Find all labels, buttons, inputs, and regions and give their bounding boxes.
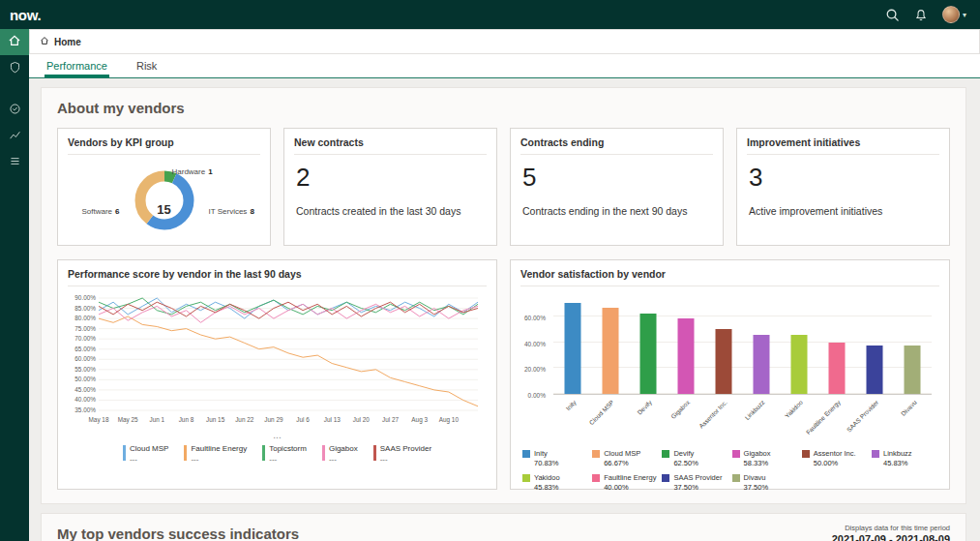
legend-item-cloud-msp[interactable]: Cloud MSP--- <box>123 444 168 464</box>
bar-slot-linkbuzz: Linkbuzz <box>742 298 780 394</box>
legend-item-yakidoo[interactable]: Yakidoo45.83% <box>522 473 592 492</box>
bar-saas-provider[interactable] <box>867 346 883 394</box>
bar-linkbuzz[interactable] <box>754 335 770 394</box>
legend-vendor-value: 62.50% <box>673 459 698 467</box>
time-period-value[interactable]: 2021-07-09 - 2021-08-09 <box>832 533 950 541</box>
x-axis-category-label: Assentor Inc. <box>698 399 728 430</box>
legend-color-swatch <box>592 474 600 482</box>
legend-vendor-name: Devify <box>673 449 698 458</box>
legend-item-divavu[interactable]: Divavu37.50% <box>732 473 802 492</box>
performance-line-chart: 90.00%85.00%80.00%75.00%70.00%65.00%60.0… <box>64 290 486 432</box>
breadcrumb[interactable]: Home <box>29 29 980 54</box>
legend-label: Inity70.83% <box>534 449 558 467</box>
legend-series-value: --- <box>269 455 307 464</box>
svg-text:Jun 15: Jun 15 <box>206 416 225 423</box>
donut-label-hardware: Hardware1 <box>172 167 213 176</box>
app-root: now. ▾ <box>0 0 980 541</box>
bar-assentor-inc[interactable] <box>715 329 731 394</box>
bar-yakidoo[interactable] <box>791 335 808 394</box>
legend-label: Devify62.50% <box>673 449 698 467</box>
legend-series-name: Cloud MSP <box>130 444 168 453</box>
legend-item-saas-provider[interactable]: SAAS Provider--- <box>373 444 431 464</box>
bar-chart-legend: Inity70.83%Cloud MSP66.67%Devify62.50%Gi… <box>522 449 943 492</box>
legend-color-swatch <box>592 450 600 458</box>
legend-item-faultline-energy[interactable]: Faultline Energy--- <box>184 444 247 464</box>
sidebar-item-home[interactable] <box>0 29 29 55</box>
legend-vendor-name: Assentor Inc. <box>814 449 856 458</box>
new-contracts-count: 2 <box>284 155 496 190</box>
bar-slot-gigabox: Gigabox <box>667 298 704 394</box>
list-icon <box>9 154 21 171</box>
card-title: New contracts <box>284 129 496 154</box>
y-axis-tick-label: 60.00% <box>511 315 546 321</box>
legend-color-mark <box>322 445 325 461</box>
bar-divavu[interactable] <box>905 346 921 394</box>
legend-item-gigabox[interactable]: Gigabox--- <box>322 444 358 464</box>
x-axis-category-label: Gigabox <box>669 399 691 420</box>
x-axis-category-label: Yakidoo <box>784 399 804 419</box>
header-actions: ▾ <box>885 6 966 23</box>
legend-item-assentor-inc[interactable]: Assentor Inc.50.00% <box>802 449 872 467</box>
bar-inity[interactable] <box>564 303 580 394</box>
legend-item-devify[interactable]: Devify62.50% <box>662 449 731 467</box>
section-title-success: My top vendors success indicators <box>57 526 299 541</box>
sidebar-item-analytics[interactable] <box>0 123 29 149</box>
bar-slot-cloud-msp: Cloud MSP <box>591 298 629 394</box>
legend-vendor-name: Yakidoo <box>534 473 560 482</box>
y-axis-tick-label: 40.00% <box>511 341 546 347</box>
legend-overflow-indicator[interactable]: ... <box>58 432 496 439</box>
legend-color-swatch <box>662 474 669 482</box>
svg-text:40.00%: 40.00% <box>74 396 96 403</box>
legend-item-inity[interactable]: Inity70.83% <box>522 449 592 467</box>
legend-label: Linkbuzz45.83% <box>883 449 912 467</box>
legend-series-name: Gigabox <box>329 444 358 453</box>
legend-color-mark <box>184 445 187 461</box>
bar-gigabox[interactable] <box>677 318 694 394</box>
bar-cloud-msp[interactable] <box>602 308 618 394</box>
search-icon[interactable] <box>885 8 900 22</box>
legend-item-saas-provider[interactable]: SAAS Provider37.50% <box>662 473 731 492</box>
y-axis-tick-label: 20.00% <box>511 366 546 373</box>
time-period-block: Displays data for this time period 2021-… <box>832 524 950 541</box>
legend-item-gigabox[interactable]: Gigabox58.33% <box>732 449 802 467</box>
divider <box>520 286 939 286</box>
svg-text:Jul 13: Jul 13 <box>324 416 341 423</box>
svg-text:45.00%: 45.00% <box>74 386 96 393</box>
legend-item-topicstorm[interactable]: Topicstorm--- <box>262 444 307 464</box>
legend-item-faultline-energy[interactable]: Faultline Energy40.00% <box>592 473 662 492</box>
legend-series-value: --- <box>329 455 358 464</box>
tab-performance[interactable]: Performance <box>45 60 109 77</box>
tab-risk[interactable]: Risk <box>134 60 159 77</box>
bar-faultline-energy[interactable] <box>829 343 846 394</box>
card-title: Contracts ending <box>511 129 723 154</box>
x-axis-category-label: Cloud MSP <box>587 399 614 426</box>
bar-devify[interactable] <box>639 314 656 394</box>
legend-item-linkbuzz[interactable]: Linkbuzz45.83% <box>872 449 941 467</box>
legend-vendor-name: Cloud MSP <box>604 449 640 458</box>
about-my-vendors-panel: About my vendors Vendors by KPI group 15… <box>41 87 966 504</box>
card-contracts-ending: Contracts ending 5 Contracts ending in t… <box>510 128 724 246</box>
svg-text:60.00%: 60.00% <box>74 355 96 362</box>
svg-text:70.00%: 70.00% <box>74 335 96 342</box>
line-series-gigabox <box>99 304 478 322</box>
user-menu[interactable]: ▾ <box>942 6 966 23</box>
legend-vendor-value: 37.50% <box>744 483 768 492</box>
bar-slots: InityCloud MSPDevifyGigaboxAssentor Inc.… <box>553 298 932 394</box>
svg-text:80.00%: 80.00% <box>74 315 96 321</box>
success-indicators-panel: My top vendors success indicators Displa… <box>41 513 966 541</box>
legend-item-cloud-msp[interactable]: Cloud MSP66.67% <box>592 449 662 467</box>
bar-slot-saas-provider: SAAS Provider <box>856 298 894 394</box>
legend-label: Cloud MSP66.67% <box>604 449 640 467</box>
bar-slot-yakidoo: Yakidoo <box>781 298 818 394</box>
legend-vendor-value: 70.83% <box>534 459 558 467</box>
user-avatar[interactable] <box>942 6 960 23</box>
legend-color-swatch <box>522 450 530 458</box>
legend-color-swatch <box>662 450 669 458</box>
notifications-bell-icon[interactable] <box>914 8 928 22</box>
legend-label: Gigabox--- <box>329 444 358 464</box>
sidebar-item-list[interactable] <box>0 149 29 175</box>
sidebar-item-risk[interactable] <box>0 55 29 81</box>
breadcrumb-label[interactable]: Home <box>54 37 81 47</box>
sidebar-item-tasks[interactable] <box>0 97 29 123</box>
legend-series-value: --- <box>130 455 168 464</box>
